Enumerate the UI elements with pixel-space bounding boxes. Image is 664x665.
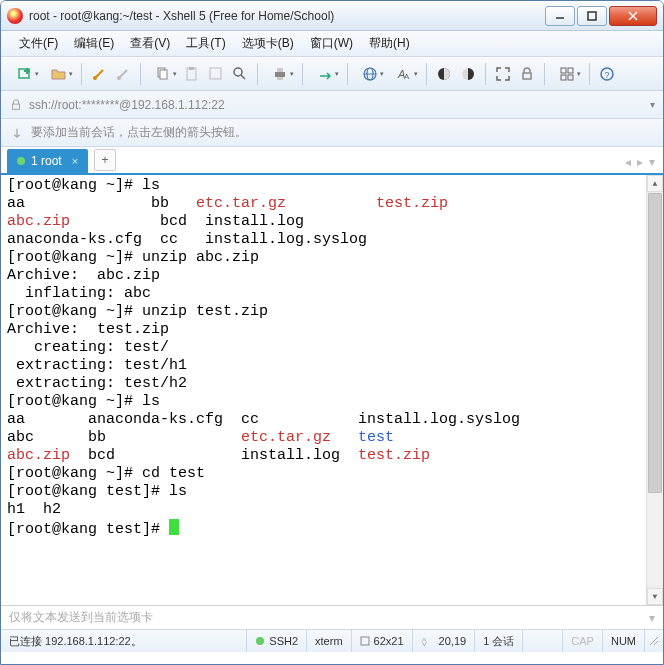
svg-point-7 xyxy=(93,76,97,80)
help-button[interactable]: ? xyxy=(596,63,618,85)
menu-edit[interactable]: 编辑(E) xyxy=(66,32,122,55)
svg-rect-10 xyxy=(160,70,167,79)
terminal-output: [root@kang ~]# lsaa bb etc.tar.gz test.z… xyxy=(7,177,657,539)
fullscreen-button[interactable] xyxy=(492,63,514,85)
resize-grip-icon[interactable] xyxy=(645,630,663,652)
lock-button[interactable] xyxy=(516,63,538,85)
status-cap: CAP xyxy=(563,630,603,652)
scroll-down-icon[interactable]: ▼ xyxy=(647,588,663,605)
address-text[interactable]: ssh://root:********@192.168.1.112:22 xyxy=(29,98,650,112)
tab-close-icon[interactable]: × xyxy=(72,155,78,167)
svg-text:?: ? xyxy=(605,70,610,80)
toolbar-separator xyxy=(81,63,82,85)
tab-label: 1 root xyxy=(31,154,62,168)
new-tab-button[interactable]: + xyxy=(94,149,116,171)
add-session-arrow-icon[interactable] xyxy=(9,125,25,141)
layout-button[interactable] xyxy=(551,63,583,85)
disconnect-button[interactable] xyxy=(112,63,134,85)
window-controls xyxy=(543,6,657,26)
tab-prev-icon[interactable]: ◂ xyxy=(625,155,631,169)
compose-placeholder: 仅将文本发送到当前选项卡 xyxy=(9,609,153,626)
status-term: xterm xyxy=(307,630,352,652)
scroll-thumb[interactable] xyxy=(648,193,662,493)
svg-rect-30 xyxy=(568,75,573,80)
color-scheme-button[interactable] xyxy=(433,63,455,85)
toolbar-separator xyxy=(426,63,427,85)
svg-rect-18 xyxy=(277,77,283,80)
toolbar-separator xyxy=(347,63,348,85)
new-session-button[interactable] xyxy=(9,63,41,85)
tabbar-nav: ◂ ▸ ▾ xyxy=(625,155,655,169)
find-button[interactable] xyxy=(229,63,251,85)
menu-tools[interactable]: 工具(T) xyxy=(178,32,233,55)
maximize-button[interactable] xyxy=(577,6,607,26)
vertical-scrollbar[interactable]: ▲ ▼ xyxy=(646,175,663,605)
tab-next-icon[interactable]: ▸ xyxy=(637,155,643,169)
svg-text:A: A xyxy=(404,72,410,81)
connected-indicator-icon xyxy=(17,157,25,165)
properties-button[interactable] xyxy=(205,63,227,85)
copy-button[interactable] xyxy=(147,63,179,85)
session-tab[interactable]: 1 root × xyxy=(7,149,88,173)
reconnect-button[interactable] xyxy=(88,63,110,85)
svg-rect-29 xyxy=(561,75,566,80)
status-spacer1 xyxy=(523,630,563,652)
svg-rect-17 xyxy=(277,68,283,72)
toolbar-separator xyxy=(589,63,590,85)
svg-line-36 xyxy=(650,637,658,645)
svg-rect-26 xyxy=(523,73,531,79)
toolbar: AA ? xyxy=(1,57,663,91)
minimize-button[interactable] xyxy=(545,6,575,26)
svg-rect-1 xyxy=(588,12,596,20)
menu-file[interactable]: 文件(F) xyxy=(11,32,66,55)
svg-rect-13 xyxy=(210,68,221,79)
svg-line-37 xyxy=(654,641,658,645)
menu-tabs[interactable]: 选项卡(B) xyxy=(234,32,302,55)
open-button[interactable] xyxy=(43,63,75,85)
status-connection: 已连接 192.168.1.112:22。 xyxy=(1,630,247,652)
address-dropdown-icon[interactable]: ▾ xyxy=(650,99,655,110)
svg-rect-16 xyxy=(275,72,285,77)
toolbar-separator xyxy=(140,63,141,85)
toolbar-separator xyxy=(485,63,486,85)
status-ssh: SSH2 xyxy=(247,630,307,652)
svg-point-34 xyxy=(256,637,264,645)
print-button[interactable] xyxy=(264,63,296,85)
web-button[interactable] xyxy=(354,63,386,85)
addressbar: ssh://root:********@192.168.1.112:22 ▾ xyxy=(1,91,663,119)
infobar-text: 要添加当前会话，点击左侧的箭头按钮。 xyxy=(31,124,247,141)
status-pos: ⎀ 20,19 xyxy=(413,630,476,652)
menu-view[interactable]: 查看(V) xyxy=(122,32,178,55)
lock-icon xyxy=(9,98,23,112)
color-scheme2-button[interactable] xyxy=(457,63,479,85)
svg-point-14 xyxy=(234,68,242,76)
font-button[interactable]: AA xyxy=(388,63,420,85)
compose-dropdown-icon[interactable]: ▾ xyxy=(649,611,655,625)
status-size: 62x21 xyxy=(352,630,413,652)
tab-list-icon[interactable]: ▾ xyxy=(649,155,655,169)
status-sessions: 1 会话 xyxy=(475,630,523,652)
statusbar: 已连接 192.168.1.112:22。 SSH2 xterm 62x21 ⎀… xyxy=(1,629,663,652)
transfer-button[interactable] xyxy=(309,63,341,85)
menubar: 文件(F) 编辑(E) 查看(V) 工具(T) 选项卡(B) 窗口(W) 帮助(… xyxy=(1,31,663,57)
menu-help[interactable]: 帮助(H) xyxy=(361,32,418,55)
toolbar-separator xyxy=(257,63,258,85)
svg-rect-28 xyxy=(568,68,573,73)
svg-rect-27 xyxy=(561,68,566,73)
titlebar: root - root@kang:~/test - Xshell 5 (Free… xyxy=(1,1,663,31)
compose-bar[interactable]: 仅将文本发送到当前选项卡 ▾ xyxy=(1,605,663,629)
infobar: 要添加当前会话，点击左侧的箭头按钮。 xyxy=(1,119,663,147)
paste-button[interactable] xyxy=(181,63,203,85)
toolbar-separator xyxy=(302,63,303,85)
terminal[interactable]: [root@kang ~]# lsaa bb etc.tar.gz test.z… xyxy=(1,175,663,605)
menu-window[interactable]: 窗口(W) xyxy=(302,32,361,55)
toolbar-separator xyxy=(544,63,545,85)
svg-rect-12 xyxy=(189,67,194,70)
tabbar: 1 root × + ◂ ▸ ▾ xyxy=(1,147,663,175)
svg-point-8 xyxy=(117,76,121,80)
scroll-up-icon[interactable]: ▲ xyxy=(647,175,663,192)
window-title: root - root@kang:~/test - Xshell 5 (Free… xyxy=(29,9,543,23)
svg-rect-33 xyxy=(13,104,20,109)
close-button[interactable] xyxy=(609,6,657,26)
svg-line-15 xyxy=(241,75,245,79)
